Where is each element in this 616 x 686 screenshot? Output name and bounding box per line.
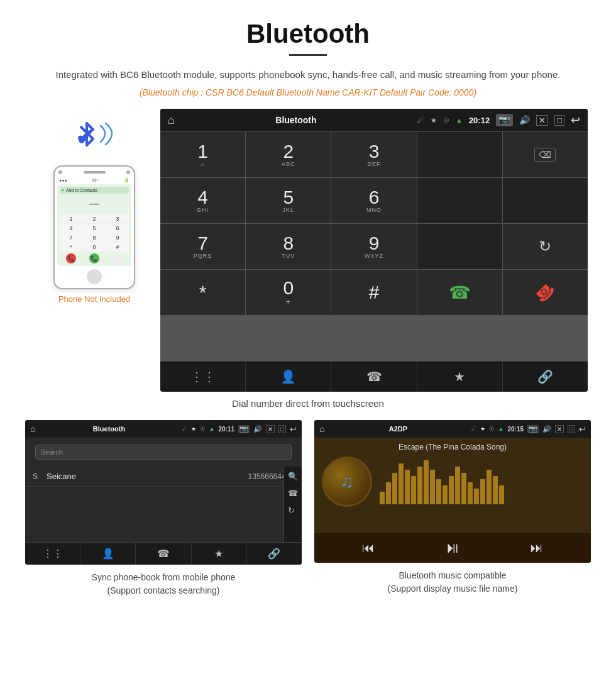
phone-speaker [84, 171, 106, 174]
phonebook-screen: ⌂ Bluetooth ☄ ★ ☉ ▲ 20:11 📷 🔊 ✕ □ ↩ Sear… [25, 420, 302, 565]
pb-camera-icon[interactable]: 📷 [238, 425, 250, 433]
phone-cam2 [126, 170, 130, 174]
music-statusbar: ⌂ A2DP ☄ ★ ☉ ▲ 20:15 📷 🔊 ✕ □ ↩ [314, 420, 591, 438]
pb-nav-grid[interactable]: ⋮⋮ [25, 543, 80, 565]
pb-nav-phone[interactable]: ☎ [136, 543, 191, 565]
nav-grid-icon[interactable]: ⋮⋮ [160, 362, 246, 392]
eq-bar [430, 470, 435, 504]
nav-contacts-icon[interactable]: 👤 [246, 362, 331, 392]
dial-key-call[interactable]: ☎ [417, 270, 502, 315]
add-contact-row: + Add to Contacts [60, 187, 129, 194]
dial-cell-empty-2 [417, 178, 502, 223]
dial-key-backspace[interactable]: ⌫ [503, 132, 588, 177]
dial-key-7[interactable]: 7 PQRS [160, 224, 245, 269]
music-content: Escape (The Pina Colada Song) ♫ [314, 438, 591, 532]
dial-key-0[interactable]: 0 + [246, 270, 331, 315]
dial-key-star[interactable]: * [160, 270, 245, 315]
music-screen: ⌂ A2DP ☄ ★ ☉ ▲ 20:15 📷 🔊 ✕ □ ↩ Escape (T… [314, 420, 591, 563]
pb-nav-contacts[interactable]: 👤 [80, 543, 136, 565]
unit-gps-icon: ☉ [443, 116, 449, 124]
pb-side-phone-icon[interactable]: ☎ [288, 489, 298, 498]
pb-contact-list: S Seicane 13566664466 🔍 ☎ ↻ [25, 467, 302, 542]
nav-phone-icon[interactable]: ☎ [331, 362, 417, 392]
dial-cell-empty-4 [417, 224, 502, 269]
phone-number-display: — [60, 196, 129, 212]
pb-nav-link[interactable]: 🔗 [247, 543, 302, 565]
eq-bar [392, 473, 397, 504]
music-screen-icon[interactable]: □ [568, 425, 575, 433]
phone-keypad: 1 2 3 4 5 6 7 8 9 * 0 # [60, 214, 129, 252]
unit-screen2-icon[interactable]: □ [554, 115, 564, 126]
pb-home-icon[interactable]: ⌂ [30, 424, 35, 434]
dial-key-3[interactable]: 3 DEF [331, 132, 416, 177]
pb-search-input[interactable]: Search [35, 445, 292, 460]
nav-bluetooth-icon[interactable]: ★ [417, 362, 503, 392]
music-song-title: Escape (The Pina Colada Song) [399, 443, 507, 451]
unit-bt-icon: ★ [431, 116, 437, 124]
title-divider [289, 54, 327, 56]
nav-link-icon[interactable]: 🔗 [503, 362, 588, 392]
music-playpause-icon[interactable]: ⏯ [445, 539, 460, 556]
pb-volume-icon[interactable]: 🔊 [253, 425, 262, 433]
music-home-icon[interactable]: ⌂ [319, 424, 324, 434]
unit-window-icon[interactable]: ✕ [536, 115, 548, 126]
pb-usb-icon: ☄ [182, 426, 187, 432]
dial-key-end-call[interactable]: ☎ [503, 270, 588, 315]
dial-key-hash[interactable]: # [331, 270, 416, 315]
pb-side-refresh-icon[interactable]: ↻ [288, 506, 298, 515]
dial-key-6[interactable]: 6 MNO [331, 178, 416, 223]
phone-not-included-label: Phone Not Included [58, 294, 130, 304]
page-title: Bluetooth [0, 0, 616, 54]
pb-contact-row[interactable]: S Seicane 13566664466 [25, 467, 302, 487]
bottom-row: ⌂ Bluetooth ☄ ★ ☉ ▲ 20:11 📷 🔊 ✕ □ ↩ Sear… [0, 420, 616, 597]
music-camera-icon[interactable]: 📷 [527, 425, 539, 433]
pb-bt-icon: ★ [191, 426, 196, 432]
unit-volume-icon[interactable]: 🔊 [519, 115, 530, 125]
music-time: 20:15 [507, 426, 524, 433]
main-section: ✔ ●●● M+ 🔋 [0, 109, 616, 392]
head-unit-dialpad: ⌂ Bluetooth ☄ ★ ☉ ▲ 20:12 📷 🔊 ✕ □ ↩ 1 ⌂ … [160, 109, 588, 392]
music-note-icon: ♫ [341, 472, 354, 492]
unit-statusbar: ⌂ Bluetooth ☄ ★ ☉ ▲ 20:12 📷 🔊 ✕ □ ↩ [160, 109, 588, 131]
music-win-icon[interactable]: ✕ [555, 425, 564, 433]
dial-key-2[interactable]: 2 ABC [246, 132, 331, 177]
unit-home-icon[interactable]: ⌂ [168, 114, 175, 127]
dial-cell-empty-1 [417, 132, 502, 177]
dial-key-1[interactable]: 1 ⌂ [160, 132, 245, 177]
dial-key-refresh[interactable]: ↻ [503, 224, 588, 269]
pb-nav-bt[interactable]: ★ [192, 543, 247, 565]
music-back-icon[interactable]: ↩ [579, 424, 586, 434]
music-prev-icon[interactable]: ⏮ [362, 541, 375, 555]
eq-bar [411, 476, 416, 504]
pb-caption: Sync phone-book from mobile phone (Suppo… [92, 571, 236, 597]
dialpad-grid: 1 ⌂ 2 ABC 3 DEF ⌫ 4 GHI 5 JKL [160, 131, 588, 361]
dial-key-5[interactable]: 5 JKL [246, 178, 331, 223]
pb-win-icon[interactable]: ✕ [266, 425, 275, 433]
phonebook-item: ⌂ Bluetooth ☄ ★ ☉ ▲ 20:11 📷 🔊 ✕ □ ↩ Sear… [25, 420, 302, 597]
phone-home-button[interactable] [87, 269, 102, 284]
music-volume-icon[interactable]: 🔊 [542, 425, 551, 433]
unit-back-icon[interactable]: ↩ [571, 113, 580, 127]
dial-key-8[interactable]: 8 TUV [246, 224, 331, 269]
eq-bar [480, 479, 485, 504]
specs-text: (Bluetooth chip : CSR BC6 Default Blueto… [0, 87, 616, 97]
pb-time: 20:11 [218, 426, 234, 433]
pb-statusbar: ⌂ Bluetooth ☄ ★ ☉ ▲ 20:11 📷 🔊 ✕ □ ↩ [25, 420, 302, 438]
music-usb-icon: ☄ [471, 426, 476, 432]
eq-bar [474, 489, 479, 504]
pb-back-icon[interactable]: ↩ [290, 424, 297, 434]
unit-camera-icon[interactable]: 📷 [496, 114, 513, 126]
music-title: A2DP [328, 425, 468, 433]
pb-gps-icon: ☉ [200, 426, 205, 432]
eq-bar [386, 482, 391, 504]
phone-action-row: 📞 📞 [60, 253, 129, 263]
pb-screen-icon[interactable]: □ [278, 425, 286, 433]
music-item: ⌂ A2DP ☄ ★ ☉ ▲ 20:15 📷 🔊 ✕ □ ↩ Escape (T… [314, 420, 591, 597]
music-controls: ⏮ ⏯ ⏭ [314, 532, 591, 563]
dial-key-9[interactable]: 9 WXYZ [331, 224, 416, 269]
music-next-icon[interactable]: ⏭ [531, 541, 543, 555]
pb-side-search-icon[interactable]: 🔍 [288, 472, 298, 481]
eq-bar [468, 482, 473, 504]
eq-bar [417, 467, 422, 504]
dial-key-4[interactable]: 4 GHI [160, 178, 245, 223]
